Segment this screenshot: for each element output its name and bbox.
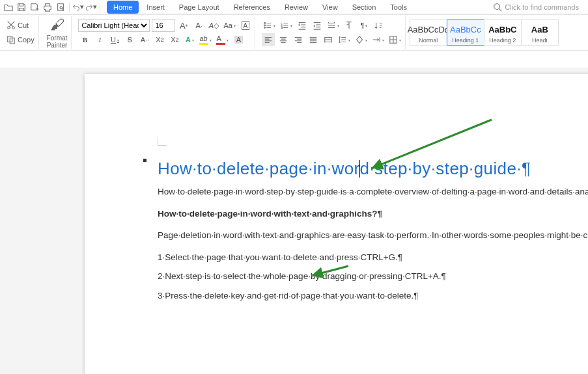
save-icon[interactable]	[16, 1, 27, 13]
borders-button[interactable]: ▾	[387, 33, 402, 46]
tab-section[interactable]: Section	[346, 1, 383, 14]
bullets-button[interactable]: ▾	[262, 19, 277, 32]
group-styles: AaBbCcDdNormalAaBbCcHeading 1AaBbCHeadin…	[410, 16, 559, 49]
brush-icon: 🖌	[50, 16, 64, 33]
numbering-button[interactable]: ▾	[279, 19, 294, 32]
align-right-button[interactable]	[292, 33, 305, 46]
highlight-button[interactable]: ab▾	[198, 33, 213, 46]
style-sample: AaBbCc	[450, 21, 481, 37]
subscript-button[interactable]: X2	[168, 33, 181, 46]
dec-indent-button[interactable]	[296, 19, 309, 32]
style-label: Headi	[532, 37, 548, 44]
group-paragraph: ▾ ▾ ▾ ¶▾ ▾ ▾ ▾ ▾	[259, 16, 406, 49]
undo-icon[interactable]: ▾	[72, 1, 84, 13]
format-painter-label: Format Painter	[47, 34, 68, 49]
style-sample: AaBbC	[488, 21, 516, 37]
char-border-button[interactable]: A	[239, 19, 252, 32]
shrink-font-button[interactable]: A-	[192, 19, 205, 32]
font-color-button[interactable]: A▾	[215, 33, 230, 46]
doc-paragraph[interactable]: How·to·delete·page·in·word·step·by·step·…	[158, 185, 580, 198]
svg-point-3	[12, 27, 15, 29]
anchor-dot	[143, 159, 147, 162]
format-painter-button[interactable]: 🖌 Format Painter	[43, 16, 72, 49]
style-label: Heading 2	[489, 37, 516, 44]
emphasis-button[interactable]: A··	[138, 33, 151, 46]
tab-page-layout[interactable]: Page Layout	[173, 1, 226, 14]
change-case-button[interactable]: Aa▾	[222, 19, 236, 32]
cut-button[interactable]: Cut	[5, 19, 30, 32]
tab-view[interactable]: View	[316, 1, 344, 14]
style-sample: AaB	[531, 21, 548, 37]
grow-font-button[interactable]: A+	[177, 19, 190, 32]
group-font: Calibri Light (Headi A+ A- A◇ Aa▾ A B I …	[76, 16, 255, 49]
search-placeholder: Click to find commands	[505, 3, 579, 11]
svg-point-1	[494, 3, 500, 9]
style-label: Normal	[419, 37, 438, 44]
style-heading-2[interactable]: AaBbCHeading 2	[484, 20, 522, 46]
font-size-input[interactable]	[152, 19, 175, 32]
tab-references[interactable]: References	[227, 1, 277, 14]
margin-corner	[158, 137, 167, 146]
strike-button[interactable]: S	[123, 33, 136, 46]
svg-point-8	[264, 27, 266, 29]
copy-button[interactable]: Copy	[5, 33, 36, 46]
separator	[100, 3, 100, 12]
tabs-button[interactable]: ▾	[371, 33, 385, 46]
tab-review[interactable]: Review	[278, 1, 315, 14]
svg-point-7	[264, 25, 266, 26]
justify-button[interactable]	[307, 33, 320, 46]
ribbon: Cut Copy 🖌 Format Painter Calibri Light …	[0, 14, 588, 51]
style-label: Heading 1	[452, 37, 479, 44]
align-left-button[interactable]	[262, 33, 275, 46]
redo-icon[interactable]: ▾	[85, 1, 97, 13]
clear-format-button[interactable]: A◇	[207, 19, 220, 32]
group-clipboard: Cut Copy	[3, 16, 39, 49]
print-preview-icon[interactable]	[55, 1, 66, 13]
separator	[69, 3, 70, 12]
document-page[interactable]: How·to·delete·page·in·word·step·by·step·…	[85, 74, 588, 374]
loose-justify-button[interactable]: ▾	[326, 19, 341, 32]
doc-heading-1[interactable]: How·to·delete·page·in·word·step·by·step·…	[158, 159, 580, 179]
align-center-button[interactable]	[277, 33, 290, 46]
svg-point-6	[264, 23, 266, 24]
sort-button[interactable]	[372, 19, 385, 32]
quick-access-toolbar: ▾ ▾ Home Insert Page Layout References R…	[0, 0, 588, 14]
doc-list-item[interactable]: 2·Next·step·is·to·select·the·whole·page·…	[158, 270, 580, 283]
text-effects-button[interactable]: A▾	[183, 33, 196, 46]
document-area: ▾ How·to·delete·page·in·word·step·by·ste…	[0, 68, 588, 374]
paragraph-mark-button[interactable]: ¶▾	[357, 19, 371, 32]
search-icon	[493, 3, 502, 12]
tab-insert[interactable]: Insert	[140, 1, 171, 14]
doc-list-item[interactable]: 1·Select·the·page·that·you·want·to·delet…	[158, 251, 580, 264]
font-name-select[interactable]: Calibri Light (Headi	[78, 19, 150, 32]
tab-tools[interactable]: Tools	[384, 1, 413, 14]
underline-button[interactable]: U▾	[108, 33, 121, 46]
italic-button[interactable]: I	[93, 33, 106, 46]
style-headi[interactable]: AaBHeadi	[521, 20, 559, 46]
style-gallery[interactable]: AaBbCcDdNormalAaBbCcHeading 1AaBbCHeadin…	[410, 20, 559, 46]
svg-point-2	[8, 27, 10, 29]
text-direction-button[interactable]	[343, 19, 356, 32]
superscript-button[interactable]: X2	[153, 33, 166, 46]
doc-paragraph[interactable]: Page·deletion·in·word·with·text·and·grap…	[158, 229, 580, 242]
distributed-button[interactable]	[322, 33, 335, 46]
doc-list-item[interactable]: 3·Press·the·delete·key·and·get·rid·of·pa…	[158, 289, 580, 302]
char-shading-button[interactable]: A	[232, 33, 245, 46]
print-icon[interactable]	[42, 1, 53, 13]
menu-bar: Home Insert Page Layout References Revie…	[103, 0, 585, 14]
style-sample: AaBbCcDd	[408, 21, 449, 37]
style-normal[interactable]: AaBbCcDdNormal	[410, 20, 447, 46]
saveas-icon[interactable]	[29, 1, 40, 13]
open-icon[interactable]	[3, 1, 14, 13]
bold-button[interactable]: B	[78, 33, 91, 46]
command-search[interactable]: Click to find commands	[493, 3, 581, 12]
inc-indent-button[interactable]	[311, 19, 324, 32]
shading-button[interactable]: ▾	[354, 33, 369, 46]
doc-heading-2[interactable]: How·to·delete·page·in·word·with·text·and…	[158, 207, 580, 220]
style-heading-1[interactable]: AaBbCcHeading 1	[447, 20, 484, 46]
line-spacing-button[interactable]: ▾	[337, 33, 352, 46]
svg-point-0	[60, 7, 63, 9]
tab-home[interactable]: Home	[107, 1, 139, 14]
